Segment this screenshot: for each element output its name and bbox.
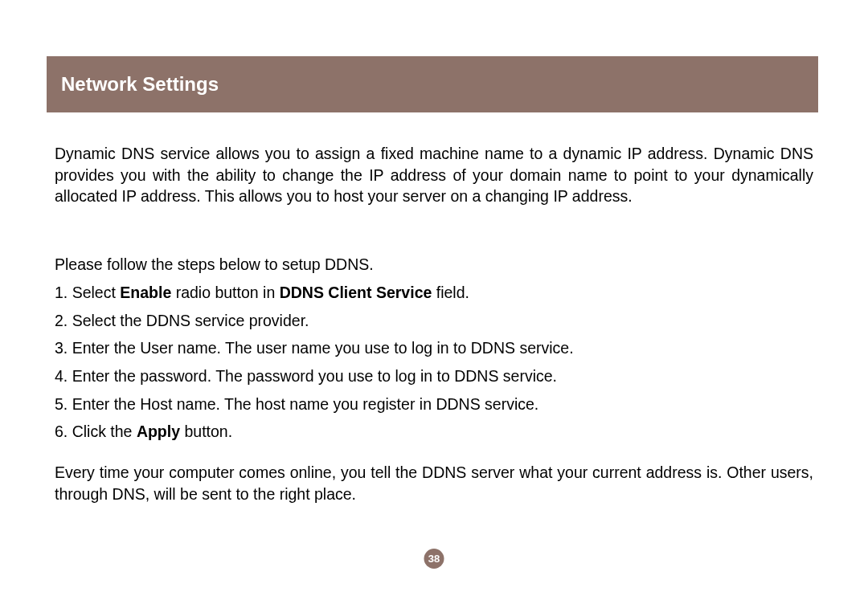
step-5: 5. Enter the Host name. The host name yo…: [55, 394, 813, 415]
step-6-bold-apply: Apply: [137, 423, 180, 440]
section-header-bar: Network Settings: [47, 56, 818, 112]
step-1-suffix: field.: [432, 284, 469, 301]
step-1-bold-ddns-client-service: DDNS Client Service: [280, 284, 432, 301]
step-6: 6. Click the Apply button.: [55, 421, 813, 443]
step-1-mid: radio button in: [171, 284, 279, 301]
intro-paragraph: Dynamic DNS service allows you to assign…: [55, 143, 813, 207]
closing-paragraph: Every time your computer comes online, y…: [55, 462, 813, 504]
step-6-prefix: 6. Click the: [55, 423, 137, 440]
step-4: 4. Enter the password. The password you …: [55, 365, 813, 387]
step-1-bold-enable: Enable: [120, 284, 171, 301]
instructions-lead: Please follow the steps below to setup D…: [55, 254, 813, 276]
content-area: Dynamic DNS service allows you to assign…: [55, 143, 813, 504]
step-6-suffix: button.: [180, 423, 232, 440]
page-number-badge: 38: [424, 549, 444, 569]
step-1-prefix: 1. Select: [55, 284, 120, 301]
page-number: 38: [428, 553, 440, 565]
step-2: 2. Select the DDNS service provider.: [55, 310, 813, 332]
section-title: Network Settings: [61, 73, 219, 96]
step-1: 1. Select Enable radio button in DDNS Cl…: [55, 282, 813, 304]
step-3: 3. Enter the User name. The user name yo…: [55, 337, 813, 359]
